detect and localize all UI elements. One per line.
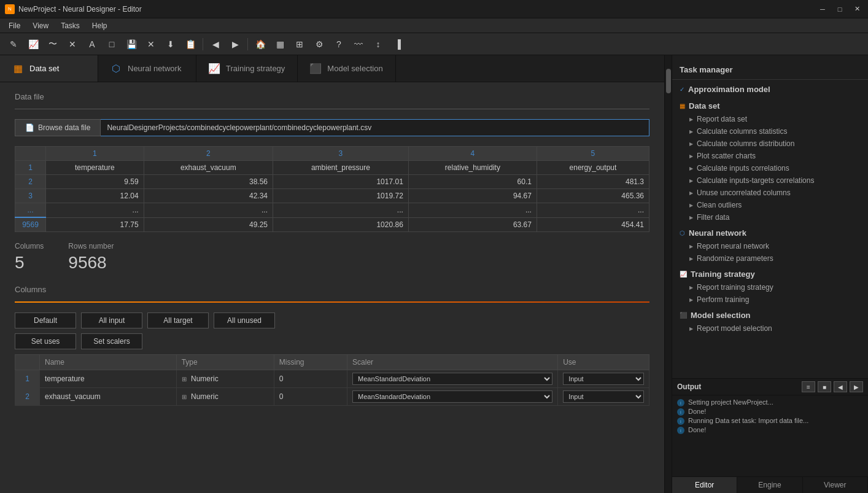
tm-item-inputs-targets-corr[interactable]: Calculate inputs-targets correlations — [672, 174, 868, 187]
tm-item-report-neural[interactable]: Report neural network — [672, 240, 868, 252]
output-btn-list[interactable]: ≡ — [802, 381, 815, 392]
tab-model[interactable]: ⬛ Model selection — [298, 55, 396, 82]
bottom-tab-engine[interactable]: Engine — [737, 477, 802, 493]
btn-set-uses[interactable]: Set uses — [15, 333, 76, 349]
tm-section-neural-header[interactable]: ⬡ Neural network — [672, 226, 868, 240]
columns-section-label: Columns — [15, 285, 649, 294]
row-1-c3: ambient_pressure — [273, 161, 409, 175]
btn-set-scalers[interactable]: Set scalers — [81, 333, 142, 349]
tb-table[interactable]: ⊞ — [291, 36, 308, 53]
scrollbar-thumb[interactable] — [666, 69, 671, 93]
close-button[interactable]: ✕ — [851, 3, 863, 15]
tb-home[interactable]: 🏠 — [252, 36, 269, 53]
tb-delete[interactable]: ✕ — [142, 36, 160, 53]
table-row: 3 12.04 42.34 1019.72 94.67 465.36 — [15, 189, 649, 203]
tm-item-perform-training[interactable]: Perform training — [672, 293, 868, 306]
col-row-1-scaler-select[interactable]: MeanStandardDeviation — [352, 373, 552, 385]
row-idx-3: 3 — [15, 189, 46, 203]
row-idx-1: 1 — [15, 161, 46, 175]
tb-back[interactable]: ◀ — [207, 36, 224, 53]
output-btn-stop[interactable]: ■ — [818, 381, 831, 392]
tm-model-label: Model selection — [691, 311, 751, 320]
tb-chart[interactable]: 📈 — [25, 36, 42, 53]
browse-button[interactable]: 📄 Browse data file — [15, 119, 101, 136]
tb-settings[interactable]: ⚙ — [311, 36, 328, 53]
browse-row: 📄 Browse data file NeuralDesignerProject… — [15, 119, 649, 136]
btn-all-unused[interactable]: All unused — [214, 312, 275, 328]
tb-grid[interactable]: ▦ — [271, 36, 289, 53]
minimize-button[interactable]: ─ — [816, 3, 829, 15]
menu-item-help[interactable]: Help — [86, 20, 114, 31]
tb-box[interactable]: □ — [103, 36, 120, 53]
tab-neural-label: Neural network — [128, 64, 181, 73]
col-th-scaler: Scaler — [347, 355, 558, 370]
col-row-2-use-select[interactable]: Input — [563, 390, 644, 403]
bottom-tab-editor[interactable]: Editor — [672, 477, 737, 493]
tm-item-filter[interactable]: Filter data — [672, 211, 868, 223]
main-scrollbar[interactable] — [664, 55, 672, 493]
tab-training[interactable]: 📈 Training strategy — [196, 55, 298, 82]
col-header-5: 5 — [537, 147, 649, 161]
tb-cross[interactable]: ✕ — [64, 36, 81, 53]
tb-text[interactable]: A — [83, 36, 101, 53]
stats-row: Columns 5 Rows number 9568 — [15, 242, 649, 273]
output-btn-forward[interactable]: ▶ — [850, 381, 863, 392]
col-row-1-type: ⊞ Numeric — [176, 370, 274, 388]
tab-training-icon: 📈 — [209, 63, 220, 74]
tab-neural[interactable]: ⬡ Neural network — [98, 55, 196, 82]
row-idx-last: 9569 — [15, 217, 46, 232]
row-3-c2: 42.34 — [144, 189, 273, 203]
tab-bar: ▦ Data set ⬡ Neural network 📈 Training s… — [0, 55, 664, 82]
bottom-tab-viewer[interactable]: Viewer — [803, 477, 868, 493]
tm-item-report-model[interactable]: Report model selection — [672, 322, 868, 335]
tm-item-randomize[interactable]: Randomize parameters — [672, 252, 868, 265]
tm-section-training-header[interactable]: 📈 Training strategy — [672, 267, 868, 281]
type-icon-1: ⊞ — [182, 376, 187, 382]
btn-default[interactable]: Default — [15, 312, 76, 328]
menu-item-view[interactable]: View — [26, 20, 55, 31]
menu-item-file[interactable]: File — [2, 20, 26, 31]
tab-dataset[interactable]: ▦ Data set — [0, 55, 98, 82]
menu-item-tasks[interactable]: Tasks — [55, 20, 86, 31]
tm-item-clean[interactable]: Clean outliers — [672, 199, 868, 211]
tm-item-inputs-corr[interactable]: Calculate inputs correlations — [672, 162, 868, 174]
tm-section-model-header[interactable]: ⬛ Model selection — [672, 308, 868, 322]
tm-section-approx: ✓ Approximation model — [672, 82, 868, 96]
col-row-2-scaler-select[interactable]: MeanStandardDeviation — [352, 390, 552, 403]
tb-new[interactable]: ✎ — [5, 36, 22, 53]
row-3-c5: 465.36 — [537, 189, 649, 203]
tm-item-report-training[interactable]: Report training strategy — [672, 281, 868, 293]
tm-approx-label: Approximation model — [688, 85, 770, 94]
tb-panel[interactable]: ▐ — [389, 36, 406, 53]
tb-wave[interactable]: 〜 — [44, 36, 61, 53]
tm-item-report-dataset[interactable]: Report data set — [672, 113, 868, 125]
maximize-button[interactable]: □ — [834, 3, 846, 15]
tb-arrows[interactable]: ↕ — [370, 36, 387, 53]
tm-section-dataset-header[interactable]: ▦ Data set — [672, 99, 868, 113]
tb-help[interactable]: ? — [330, 36, 347, 53]
tb-copy[interactable]: 📋 — [182, 36, 199, 53]
tb-sep-1 — [203, 38, 203, 50]
col-row-1-use-select[interactable]: Input — [563, 373, 644, 385]
tm-item-unuse-corr[interactable]: Unuse uncorrelated columns — [672, 187, 868, 199]
tm-dataset-label: Data set — [689, 101, 720, 111]
tb-save[interactable]: 💾 — [123, 36, 140, 53]
tab-dataset-label: Data set — [29, 64, 59, 73]
btn-all-target[interactable]: All target — [147, 312, 209, 328]
col-row-2-use: Input — [558, 388, 649, 406]
tb-wave2[interactable]: 〰 — [350, 36, 367, 53]
tm-item-calc-stats[interactable]: Calculate columns statistics — [672, 125, 868, 138]
task-manager-header: Task manager — [672, 60, 868, 80]
row-idx-dots: ... — [15, 203, 46, 218]
row-l-c2: 49.25 — [144, 217, 273, 232]
tab-training-label: Training strategy — [226, 64, 285, 73]
tm-section-training: 📈 Training strategy Report training stra… — [672, 267, 868, 306]
tb-download[interactable]: ⬇ — [162, 36, 179, 53]
tm-section-approx-header[interactable]: ✓ Approximation model — [672, 82, 868, 96]
btn-all-input[interactable]: All input — [81, 312, 142, 328]
tb-forward[interactable]: ▶ — [227, 36, 244, 53]
tm-item-calc-dist[interactable]: Calculate columns distribution — [672, 138, 868, 150]
output-btn-back[interactable]: ◀ — [834, 381, 847, 392]
tm-item-scatter[interactable]: Plot scatter charts — [672, 150, 868, 162]
tab-neural-icon: ⬡ — [110, 63, 122, 74]
